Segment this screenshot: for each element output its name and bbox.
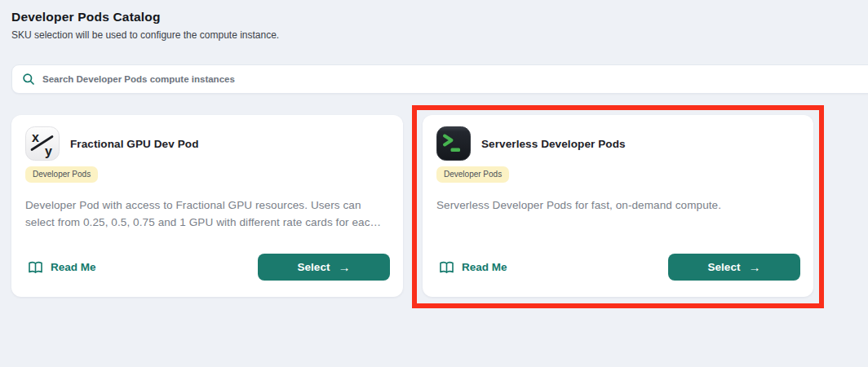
spacer	[436, 214, 800, 254]
read-me-label: Read Me	[462, 261, 507, 273]
open-book-icon	[28, 261, 43, 274]
svg-text:x: x	[32, 130, 39, 144]
read-me-link[interactable]: Read Me	[28, 261, 96, 274]
card-title: Fractional GPU Dev Pod	[70, 138, 198, 150]
card-footer: Read Me Select →	[25, 254, 390, 281]
card-title: Serverless Developer Pods	[481, 138, 626, 150]
category-badge: Developer Pods	[25, 166, 98, 183]
svg-text:y: y	[45, 144, 52, 158]
read-me-link[interactable]: Read Me	[439, 261, 507, 274]
search-input[interactable]	[42, 74, 867, 84]
card-fractional-gpu-dev-pod: x y Fractional GPU Dev Pod Developer Pod…	[11, 115, 403, 297]
fraction-xy-icon: x y	[25, 126, 60, 161]
card-footer: Read Me Select →	[436, 254, 800, 281]
card-description: Developer Pod with access to Fractional …	[25, 197, 390, 231]
terminal-icon	[436, 126, 471, 161]
page-header: Developer Pods Catalog SKU selection wil…	[11, 10, 279, 41]
select-button[interactable]: Select →	[258, 254, 390, 281]
card-header: Serverless Developer Pods	[436, 126, 800, 161]
search-bar[interactable]	[11, 64, 868, 94]
card-serverless-developer-pods: Serverless Developer Pods Developer Pods…	[423, 115, 813, 297]
page-title: Developer Pods Catalog	[11, 10, 279, 24]
select-label: Select	[298, 261, 330, 273]
arrow-right-icon: →	[748, 261, 760, 273]
arrow-right-icon: →	[338, 261, 350, 273]
search-icon	[22, 73, 35, 86]
page-subtitle: SKU selection will be used to configure …	[11, 29, 279, 41]
select-button[interactable]: Select →	[668, 254, 800, 281]
card-header: x y Fractional GPU Dev Pod	[25, 126, 390, 161]
spacer	[25, 231, 390, 254]
read-me-label: Read Me	[51, 261, 96, 273]
select-label: Select	[708, 261, 741, 273]
card-description: Serverless Developer Pods for fast, on-d…	[436, 197, 800, 214]
category-badge: Developer Pods	[436, 166, 509, 183]
open-book-icon	[439, 261, 454, 274]
